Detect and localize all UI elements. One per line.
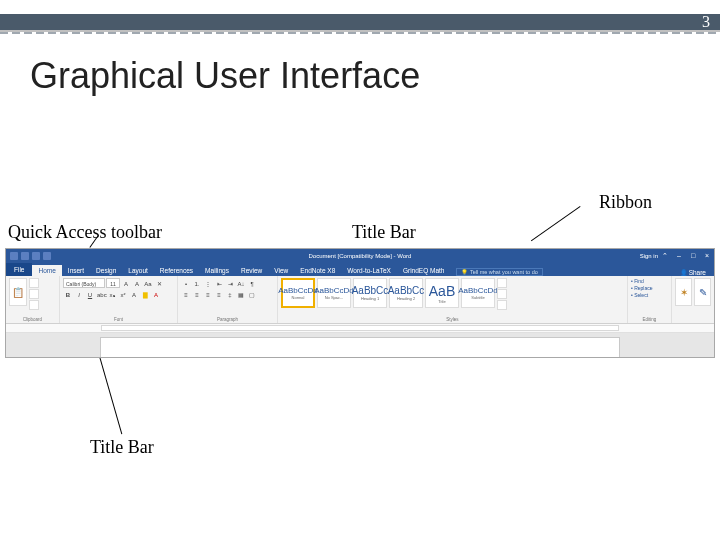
group-styles: AaBbCcDdNormal AaBbCcDdNo Spac... AaBbCc… <box>278 276 628 323</box>
tab-file[interactable]: File <box>6 263 32 276</box>
strike-icon[interactable]: abc <box>96 289 106 299</box>
subscript-icon[interactable]: x₂ <box>107 289 117 299</box>
style-sample: AaBbCc <box>388 285 425 296</box>
group-addin: ✶ ✎ <box>672 276 714 323</box>
copy-button[interactable] <box>29 289 39 299</box>
grow-font-icon[interactable]: A <box>121 278 131 288</box>
redo-icon[interactable] <box>32 252 40 260</box>
bullets-icon[interactable]: • <box>181 278 191 288</box>
styles-row-down-icon[interactable] <box>497 289 507 299</box>
align-center-icon[interactable]: ≡ <box>192 289 202 299</box>
maximize-icon[interactable]: □ <box>688 252 698 260</box>
slide-top-bar <box>0 14 720 32</box>
minimize-icon[interactable]: – <box>674 252 684 260</box>
highlight-icon[interactable]: ▇ <box>140 289 150 299</box>
style-heading-1[interactable]: AaBbCcHeading 1 <box>353 278 387 308</box>
style-sample: AaBbCcDd <box>458 286 498 295</box>
justify-icon[interactable]: ≡ <box>214 289 224 299</box>
text-effects-icon[interactable]: A <box>129 289 139 299</box>
borders-icon[interactable]: ▢ <box>247 289 257 299</box>
style-sample: AaBbCc <box>352 285 389 296</box>
tab-design[interactable]: Design <box>90 265 122 276</box>
tell-me-box[interactable]: 💡 Tell me what you want to do <box>456 268 542 276</box>
style-name: Subtitle <box>471 295 484 300</box>
numbering-icon[interactable]: 1. <box>192 278 202 288</box>
style-no-spacing[interactable]: AaBbCcDdNo Spac... <box>317 278 351 308</box>
tab-word-to-latex[interactable]: Word-to-LaTeX <box>341 265 397 276</box>
callout-label-titlebar-2: Title Bar <box>90 437 154 458</box>
dec-indent-icon[interactable]: ⇤ <box>214 278 224 288</box>
tell-me-text: Tell me what you want to do <box>470 269 538 275</box>
title-bar: Document [Compatibility Mode] - Word Sig… <box>6 249 714 263</box>
ruler[interactable] <box>6 324 714 333</box>
callout-label-ribbon: Ribbon <box>599 192 652 213</box>
document-area <box>6 333 714 357</box>
quick-access-toolbar[interactable] <box>6 252 51 260</box>
style-sample: AaB <box>429 283 455 299</box>
styles-more-icon[interactable] <box>497 300 507 310</box>
addin-button-2[interactable]: ✎ <box>694 278 711 306</box>
style-subtitle[interactable]: AaBbCcDdSubtitle <box>461 278 495 308</box>
superscript-icon[interactable]: x² <box>118 289 128 299</box>
tab-insert[interactable]: Insert <box>62 265 90 276</box>
sign-in-link[interactable]: Sign in <box>640 253 658 259</box>
align-right-icon[interactable]: ≡ <box>203 289 213 299</box>
group-paragraph: • 1. ⋮ ⇤ ⇥ A↓ ¶ ≡ ≡ ≡ ≡ ‡ ▦ ▢ Paragraph <box>178 276 278 323</box>
format-painter-button[interactable] <box>29 300 39 310</box>
ribbon-options-icon[interactable]: ⌃ <box>660 252 670 260</box>
tab-review[interactable]: Review <box>235 265 268 276</box>
style-heading-2[interactable]: AaBbCcHeading 2 <box>389 278 423 308</box>
bold-icon[interactable]: B <box>63 289 73 299</box>
shading-icon[interactable]: ▦ <box>236 289 246 299</box>
qat-more-icon[interactable] <box>43 252 51 260</box>
cut-button[interactable] <box>29 278 39 288</box>
tab-grindeq[interactable]: GrindEQ Math <box>397 265 451 276</box>
font-name-box[interactable]: Calibri (Body) <box>63 278 105 288</box>
close-icon[interactable]: × <box>702 252 712 260</box>
callout-label-titlebar: Title Bar <box>352 222 416 243</box>
slide-divider <box>0 32 720 34</box>
styles-row-up-icon[interactable] <box>497 278 507 288</box>
ribbon: 📋 Clipboard Calibri (Body) 11 A A Aa ✕ B <box>6 276 714 324</box>
tab-home[interactable]: Home <box>32 265 61 276</box>
style-name: No Spac... <box>325 295 344 300</box>
tab-layout[interactable]: Layout <box>122 265 154 276</box>
align-left-icon[interactable]: ≡ <box>181 289 191 299</box>
group-label: Clipboard <box>9 317 56 322</box>
change-case-icon[interactable]: Aa <box>143 278 153 288</box>
font-color-icon[interactable]: A <box>151 289 161 299</box>
replace-button[interactable]: Replace <box>631 285 668 291</box>
underline-icon[interactable]: U <box>85 289 95 299</box>
sort-icon[interactable]: A↓ <box>236 278 246 288</box>
tab-endnote[interactable]: EndNote X8 <box>294 265 341 276</box>
paste-button[interactable]: 📋 <box>9 278 27 306</box>
addin-button-1[interactable]: ✶ <box>675 278 692 306</box>
line-spacing-icon[interactable]: ‡ <box>225 289 235 299</box>
undo-icon[interactable] <box>21 252 29 260</box>
multilevel-icon[interactable]: ⋮ <box>203 278 213 288</box>
italic-icon[interactable]: I <box>74 289 84 299</box>
tab-references[interactable]: References <box>154 265 199 276</box>
font-size-box[interactable]: 11 <box>106 278 120 288</box>
share-button[interactable]: Share <box>680 269 706 276</box>
style-normal[interactable]: AaBbCcDdNormal <box>281 278 315 308</box>
select-button[interactable]: Select <box>631 292 668 298</box>
tab-mailings[interactable]: Mailings <box>199 265 235 276</box>
callout-line <box>531 206 581 241</box>
shrink-font-icon[interactable]: A <box>132 278 142 288</box>
save-icon[interactable] <box>10 252 18 260</box>
show-marks-icon[interactable]: ¶ <box>247 278 257 288</box>
style-name: Normal <box>292 295 305 300</box>
style-title[interactable]: AaBTitle <box>425 278 459 308</box>
inc-indent-icon[interactable]: ⇥ <box>225 278 235 288</box>
find-button[interactable]: Find <box>631 278 668 284</box>
style-name: Title <box>438 299 445 304</box>
word-window: Document [Compatibility Mode] - Word Sig… <box>5 248 715 358</box>
clear-format-icon[interactable]: ✕ <box>154 278 164 288</box>
style-name: Heading 1 <box>361 296 379 301</box>
group-label: Font <box>63 317 174 322</box>
style-name: Heading 2 <box>397 296 415 301</box>
tab-view[interactable]: View <box>268 265 294 276</box>
page[interactable] <box>100 337 620 357</box>
group-editing: Find Replace Select Editing <box>628 276 672 323</box>
